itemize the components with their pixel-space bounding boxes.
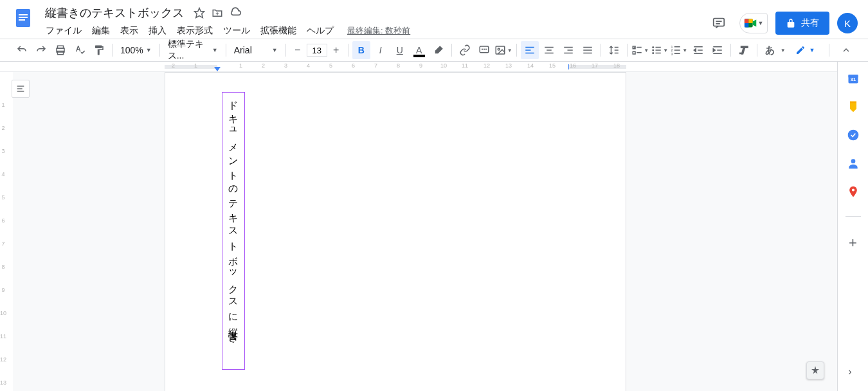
tasks-icon[interactable] [847,129,860,141]
underline-button[interactable]: U [391,41,409,59]
ruler-h-tick: 18 [613,62,620,69]
svg-rect-11 [748,19,752,23]
move-icon[interactable] [211,6,224,19]
italic-button[interactable]: I [372,41,390,59]
font-size-decrease[interactable]: − [290,42,305,58]
edit-mode-button[interactable]: ▼ [789,42,821,59]
indent-decrease-button[interactable] [689,41,707,59]
outline-toggle-button[interactable] [12,80,30,98]
star-icon[interactable] [193,6,206,19]
ime-button[interactable]: あ [761,41,779,59]
contacts-icon[interactable] [847,157,860,170]
indent-increase-button[interactable] [709,41,727,59]
line-spacing-button[interactable] [605,41,623,59]
svg-rect-3 [19,19,25,21]
undo-button[interactable] [13,41,31,59]
paint-format-button[interactable] [90,41,108,59]
keep-icon[interactable] [847,100,860,113]
toolbar: 100%▼ 標準テキス...▼ Arial▼ − + B I U A ▼ ▼ ▼… [0,39,868,62]
print-button[interactable] [51,41,69,59]
image-button[interactable]: ▼ [494,41,512,59]
svg-rect-5 [714,19,725,26]
svg-point-61 [851,188,854,191]
text-color-button[interactable]: A [410,41,428,59]
ruler-h-tick: 2 [262,62,265,69]
link-button[interactable] [456,41,474,59]
align-right-button[interactable] [559,41,577,59]
ruler-v-tick: 2 [0,125,8,131]
share-label: 共有 [801,17,819,29]
zoom-select[interactable]: 100%▼ [116,41,156,59]
account-avatar[interactable]: K [837,13,858,33]
ruler-h-tick: 9 [419,62,422,69]
vertical-ruler[interactable]: 12345678910111213 [0,72,13,391]
checklist-button[interactable]: ▼ [631,41,649,59]
explore-button[interactable] [806,361,824,379]
ruler-h-tick: 1 [239,62,242,69]
ruler-h-tick: 12 [484,62,490,69]
ruler-h-tick: 8 [397,62,400,69]
maps-icon[interactable] [847,185,860,198]
svg-point-35 [653,50,655,51]
meet-button[interactable]: ▼ [739,13,768,33]
ruler-h-tick: 3 [284,62,287,69]
svg-rect-43 [674,46,680,48]
redo-button[interactable] [32,41,50,59]
font-size-input[interactable] [307,44,327,57]
spellcheck-button[interactable] [71,41,89,59]
svg-rect-32 [633,51,636,54]
menu-insert[interactable]: 挿入 [144,23,171,39]
document-title[interactable]: 縦書きのテキストボックス [41,4,188,22]
collapse-toolbar-icon[interactable] [837,41,855,59]
highlight-button[interactable] [429,41,448,59]
ruler-v-tick: 11 [0,333,8,340]
svg-text:31: 31 [850,77,855,82]
ruler-v-tick: 8 [0,264,8,270]
style-select[interactable]: 標準テキス...▼ [164,41,222,59]
numbered-list-button[interactable]: 123▼ [670,41,688,59]
menu-format[interactable]: 表示形式 [172,23,217,39]
calendar-icon[interactable]: 31 [847,72,860,85]
ruler-v-tick: 3 [0,148,8,154]
docs-logo[interactable] [10,5,36,31]
ruler-h-tick: 17 [592,62,598,69]
last-edit-link[interactable]: 最終編集: 数秒前 [347,25,410,37]
menu-extensions[interactable]: 拡張機能 [256,23,301,39]
bold-button[interactable]: B [352,41,370,59]
font-select[interactable]: Arial▼ [230,41,282,59]
side-panel-collapse-icon[interactable]: › [842,364,858,379]
ruler-v-tick: 9 [0,287,8,293]
horizontal-ruler[interactable]: 21123456789101112131415161718 [0,62,837,72]
svg-rect-10 [744,19,748,23]
page[interactable]: ドキュメントのテキストボックスに縦書き [165,72,626,391]
svg-rect-45 [674,53,680,55]
bullet-list-button[interactable]: ▼ [651,41,669,59]
menu-view[interactable]: 表示 [116,23,143,39]
align-left-button[interactable] [521,41,539,59]
addons-button[interactable]: + [849,235,857,251]
document-canvas[interactable]: 21123456789101112131415161718 1234567891… [0,62,837,391]
ruler-h-tick: 10 [440,62,447,69]
vertical-text-box[interactable]: ドキュメントのテキストボックスに縦書き [222,92,245,370]
menu-help[interactable]: ヘルプ [302,23,338,39]
font-size-increase[interactable]: + [329,42,344,58]
svg-marker-4 [195,8,204,18]
svg-rect-1 [19,14,28,15]
menu-file[interactable]: ファイル [41,23,86,39]
ruler-v-tick: 1 [0,102,8,108]
ruler-v-tick: 5 [0,194,8,201]
share-button[interactable]: 共有 [775,12,829,35]
ruler-h-tick: 2 [172,62,175,69]
svg-point-17 [498,48,500,50]
align-center-button[interactable] [540,41,558,59]
svg-rect-37 [656,47,661,48]
menu-tools[interactable]: ツール [219,23,255,39]
align-justify-button[interactable] [579,41,597,59]
comment-button[interactable] [475,41,493,59]
comment-history-icon[interactable] [706,10,732,36]
cloud-status-icon[interactable] [229,6,242,19]
ruler-v-tick: 4 [0,171,8,177]
menu-edit[interactable]: 編集 [87,23,114,39]
ruler-h-tick: 11 [462,62,468,69]
clear-format-button[interactable] [735,41,753,59]
